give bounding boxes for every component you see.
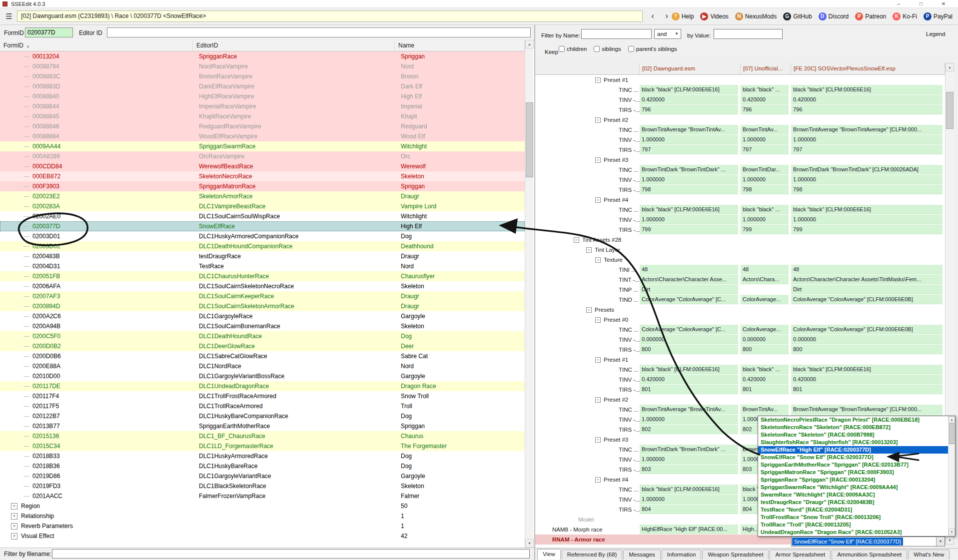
column-header-editorid[interactable]: EditorID <box>193 40 395 51</box>
dropdown-item[interactable]: SnowElfRace "Snow Elf" [RACE:0200377D] <box>758 454 948 461</box>
table-row[interactable]: 02018B36DLC1HuskyBareRaceDog <box>0 461 525 471</box>
table-row[interactable]: 00088844ImperialRaceVampireImperial <box>0 101 525 111</box>
value-cell[interactable]: BrownTintDark "BrownTintDark" [CLFM:0002… <box>791 165 943 174</box>
tree-row[interactable]: TINC ...black "black" [CLFM:000E6E16]bla… <box>535 205 945 215</box>
table-row[interactable]: 02003D01DLC1HuskyArmoredCompanionRaceDog <box>0 231 525 241</box>
table-row[interactable]: 0200D0B6DLC1SabreCatGlowRaceSabre Cat <box>0 351 525 361</box>
value-cell[interactable]: Actors\Chara... <box>741 275 789 284</box>
value-cell[interactable]: black "black" ... <box>741 85 789 94</box>
tree-row[interactable]: −Preset #4 <box>535 195 945 205</box>
tab-view[interactable]: View <box>537 549 561 560</box>
collapse-icon[interactable]: − <box>595 257 601 263</box>
value-cell[interactable]: black "black" [CLFM:000E6E16] <box>791 85 943 94</box>
table-row[interactable]: 0200377DSnowElfRaceHigh Elf <box>0 221 525 231</box>
videos-link[interactable]: ▶Videos <box>700 12 728 20</box>
table-row[interactable]: 02004D31TestRaceNord <box>0 261 525 271</box>
table-row[interactable]: 00088846RedguardRaceVampireRedguard <box>0 121 525 131</box>
table-row[interactable]: 00088845KhajiitRaceVampireKhajiit <box>0 111 525 121</box>
patreon-link[interactable]: PPatreon <box>855 12 886 20</box>
tree-row[interactable]: TINV -...1.0000001.0000001.000000 <box>535 135 945 145</box>
help-link[interactable]: ?Help <box>672 12 694 20</box>
group-node-row[interactable]: Region50 <box>0 501 525 511</box>
value-cell[interactable]: 796 <box>640 105 738 114</box>
table-row[interactable]: 0200483BtestDraugrRaceDraugr <box>0 251 525 261</box>
table-row[interactable]: 000EB872SkeletonNecroRaceSkeleton <box>0 171 525 181</box>
dropdown-item[interactable]: SprigganMatronRace "Spriggan" [RACE:000F… <box>758 469 948 476</box>
value-cell[interactable]: 1.000000 <box>640 175 738 184</box>
tree-row[interactable]: TIND ...ColorAverage "ColorAverage" [C..… <box>535 295 945 305</box>
table-row[interactable]: 00088840HighElfRaceVampireHigh Elf <box>0 91 525 101</box>
dropdown-item[interactable]: SkeletonNecroPriestRace "Dragon Priest" … <box>758 416 948 424</box>
scrollbar-thumb[interactable] <box>526 102 533 177</box>
table-row[interactable]: 02013B77SprigganEarthMotherRaceSpriggan <box>0 421 525 431</box>
value-cell[interactable]: 0.000000 <box>791 335 943 344</box>
value-cell[interactable]: 802 <box>640 425 738 434</box>
value-cell[interactable]: 800 <box>640 345 738 354</box>
table-row[interactable]: 0009AA44SprigganSwarmRaceWitchlight <box>0 141 525 151</box>
scroll-down-icon[interactable]: ▼ <box>946 536 954 545</box>
value-cell[interactable]: 1.000000 <box>791 215 943 224</box>
dropdown-item[interactable]: SlaughterfishRace "Slaughterfish" [RACE:… <box>758 439 948 446</box>
value-cell[interactable]: 0.420000 <box>640 375 738 384</box>
value-cell[interactable]: 800 <box>741 345 789 354</box>
value-cell[interactable]: 798 <box>791 185 943 194</box>
collapse-icon[interactable]: − <box>574 237 579 243</box>
table-row[interactable]: 000A8289OrcRaceVampireOrc <box>0 151 525 161</box>
tree-row[interactable]: TIRS -...801801801 <box>535 385 945 395</box>
table-row[interactable]: 00088794NordRaceVampireNord <box>0 61 525 71</box>
value-cell[interactable]: 797 <box>640 145 738 154</box>
table-row[interactable]: 02015136DLC1_BF_ChaurusRaceChaurus <box>0 431 525 441</box>
column-header-dawnguard[interactable]: [02] Dawnguard.esm <box>640 63 741 75</box>
table-row[interactable]: 020122B7DLC1HuskyBareCompanionRaceDog <box>0 411 525 421</box>
armor-race-combo[interactable]: SnowElfRace "Snow Elf" [RACE:0200377D] ▼ <box>791 537 945 547</box>
tree-row[interactable]: −Tint Assets #28 <box>535 235 945 245</box>
back-button[interactable]: ‹ <box>646 10 659 22</box>
value-cell[interactable]: ColorAverage... <box>741 325 789 334</box>
tree-row[interactable]: −Presets <box>535 305 945 315</box>
value-cell[interactable]: 801 <box>640 385 738 394</box>
dropdown-item[interactable]: SwarmRace "Witchlight" [RACE:0009AA3C] <box>758 491 948 499</box>
value-cell[interactable]: Actors\Character\Character Asse... <box>640 275 738 284</box>
dropdown-item[interactable]: SprigganSwarmRace "Witchlight" [RACE:000… <box>758 484 948 491</box>
value-cell[interactable]: ColorAverage "ColorAverage" [CLFM:000E6E… <box>791 295 943 304</box>
dropdown-item[interactable]: SprigganEarthMotherRace "Spriggan" [RACE… <box>758 461 948 469</box>
value-cell[interactable]: 1.000000 <box>791 175 943 184</box>
table-row[interactable]: 000CDD84WerewolfBeastRaceWerewolf <box>0 161 525 171</box>
value-cell[interactable]: ColorAverage "ColorAverage" [C... <box>640 325 738 334</box>
value-cell[interactable]: 1.000000 <box>640 495 738 504</box>
and-or-select[interactable]: and▼ <box>654 29 681 39</box>
value-cell[interactable] <box>741 285 789 294</box>
table-row[interactable]: 02002AE0DLC1SoulCairnSoulWispRaceWitchli… <box>0 211 525 221</box>
value-cell[interactable]: 0.420000 <box>741 375 789 384</box>
nexusmods-link[interactable]: NNexusMods <box>735 12 777 20</box>
value-cell[interactable]: 1.000000 <box>791 135 943 144</box>
table-row[interactable]: 020117DEDLC1UndeadDragonRaceDragon Race <box>0 381 525 391</box>
discord-link[interactable]: DDiscord <box>819 12 849 20</box>
value-cell[interactable]: 1.000000 <box>640 415 738 424</box>
table-row[interactable]: 0200894DDLC1SoulCairnSkeletonArmorRaceDr… <box>0 301 525 311</box>
value-cell[interactable]: 1.000000 <box>640 135 738 144</box>
column-header-snowelf-esp[interactable]: [FE 20C] SOSVectorPlexusSnowElf.esp <box>791 63 945 75</box>
table-row[interactable]: 0200A94BDLC1SoulCairnBonemanRaceSkeleton <box>0 321 525 331</box>
table-row[interactable]: 020117F4DLC1TrollFrostRaceArmoredSnow Tr… <box>0 391 525 401</box>
dropdown-item[interactable]: testDraugrRace "Draugr" [RACE:0200483B] <box>758 499 948 506</box>
value-cell[interactable]: BrownTintDark "BrownTintDark" ... <box>640 165 738 174</box>
tree-row[interactable]: TINV -...0.4200000.4200000.420000 <box>535 95 945 105</box>
tab-messages[interactable]: Messages <box>623 550 660 560</box>
dropdown-item[interactable]: TestRace "Nord" [RACE:02004D31] <box>758 506 948 514</box>
tree-row[interactable]: TIRS -...799799799 <box>535 225 945 235</box>
tree-row[interactable]: TINC ...BrownTintAverage "BrownTintAv...… <box>535 125 945 135</box>
tree-row[interactable]: TINV -...0.4200000.4200000.420000 <box>535 375 945 385</box>
value-cell[interactable]: 800 <box>791 345 943 354</box>
table-row[interactable]: 0200C5F0DLC1DeathHoundRaceDog <box>0 331 525 341</box>
legend-button[interactable]: Legend <box>926 31 945 37</box>
keep-option-parent-s-siblings[interactable]: parent's siblings <box>628 46 677 52</box>
value-cell[interactable]: 799 <box>741 225 789 234</box>
table-row[interactable]: 02019FD3DLC1BlackSkeletonRaceSkeleton <box>0 481 525 491</box>
tree-row[interactable]: TINI ...484848 <box>535 265 945 275</box>
table-row[interactable]: 0201AACCFalmerFrozenVampRaceFalmer <box>0 491 525 501</box>
tree-row[interactable]: −Preset #1 <box>535 355 945 365</box>
dropdown-scrollbar[interactable]: ▲ ▼ <box>948 416 955 536</box>
value-cell[interactable]: black "black" [CLFM:000E6E16] <box>640 205 738 214</box>
tree-row[interactable]: TINP ...DirtDirt <box>535 285 945 295</box>
